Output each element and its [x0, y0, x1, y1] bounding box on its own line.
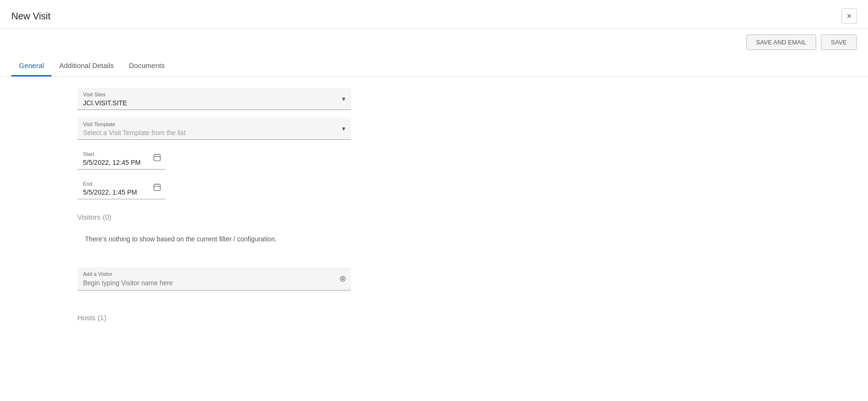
- close-button[interactable]: ×: [842, 9, 857, 24]
- end-calendar-icon: [153, 183, 161, 193]
- svg-rect-4: [154, 184, 160, 191]
- visit-template-label: Visit Template: [83, 121, 345, 127]
- visit-template-group: Visit Template Select a Visit Template f…: [77, 118, 425, 140]
- end-date-label: End: [83, 181, 160, 187]
- svg-rect-0: [154, 154, 160, 161]
- visit-sites-field[interactable]: Visit Sites JCI.VISIT.SITE ▾: [77, 88, 351, 110]
- visitors-section-title: Visitors (0): [77, 213, 425, 222]
- visit-template-placeholder: Select a Visit Template from the list: [83, 129, 345, 137]
- tab-additional-details[interactable]: Additional Details: [51, 56, 121, 77]
- clear-visitor-icon[interactable]: ⊗: [339, 273, 346, 284]
- visit-template-dropdown-icon: ▾: [342, 125, 345, 132]
- start-date-label: Start: [83, 151, 160, 157]
- tab-documents[interactable]: Documents: [121, 56, 172, 77]
- action-bar: SAVE AND EMAIL SAVE: [0, 29, 868, 56]
- visit-sites-label: Visit Sites: [83, 92, 345, 97]
- start-calendar-icon: [153, 153, 161, 163]
- modal-header: New Visit ×: [0, 0, 868, 29]
- start-date-group: Start 5/5/2022, 12:45 PM: [77, 147, 425, 170]
- end-date-value: 5/5/2022, 1:45 PM: [83, 188, 160, 196]
- tab-general[interactable]: General: [11, 56, 51, 77]
- save-and-email-button[interactable]: SAVE AND EMAIL: [746, 34, 817, 50]
- end-date-group: End 5/5/2022, 1:45 PM: [77, 177, 425, 199]
- visitors-empty-message: There's nothing to show based on the cur…: [77, 230, 425, 248]
- visit-sites-group: Visit Sites JCI.VISIT.SITE ▾: [77, 88, 425, 110]
- end-date-field[interactable]: End 5/5/2022, 1:45 PM: [77, 177, 166, 199]
- add-visitor-input[interactable]: [83, 279, 334, 287]
- add-visitor-label: Add a Visitor: [83, 271, 334, 277]
- visit-sites-value: JCI.VISIT.SITE: [83, 99, 345, 107]
- start-date-field[interactable]: Start 5/5/2022, 12:45 PM: [77, 147, 166, 170]
- visit-template-field[interactable]: Visit Template Select a Visit Template f…: [77, 118, 351, 140]
- form-container: Visit Sites JCI.VISIT.SITE ▾ Visit Templ…: [0, 77, 425, 341]
- modal-title: New Visit: [11, 11, 50, 22]
- start-date-value: 5/5/2022, 12:45 PM: [83, 159, 160, 166]
- hosts-section-title: Hosts (1): [77, 313, 425, 323]
- save-button[interactable]: SAVE: [821, 34, 857, 50]
- add-visitor-field[interactable]: Add a Visitor ⊗: [77, 267, 351, 290]
- visit-sites-dropdown-icon: ▾: [342, 95, 345, 102]
- tabs-container: General Additional Details Documents: [0, 56, 868, 77]
